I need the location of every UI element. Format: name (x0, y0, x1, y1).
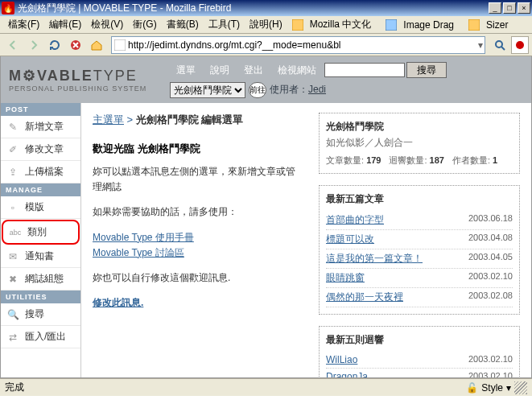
sidebar-header-utilities: UTILITIES (1, 291, 80, 303)
menu-edit[interactable]: 編輯(E) (44, 16, 86, 33)
url-bar[interactable]: ▾ (111, 36, 485, 54)
top-nav: 選單 說明 登出 檢視網站 搜尋 (170, 62, 523, 79)
bc-main[interactable]: 主選單 (93, 113, 124, 126)
sidebar-search[interactable]: 🔍搜尋 (1, 303, 80, 326)
intro-p1: 妳可以點選本訊息左側的選單，來新增文章或管理網誌 (93, 164, 303, 195)
blog-info-box: 光劍格鬥學院 如光似影／人劍合一 文章數量: 179 迴響數量: 187 作者數… (319, 113, 520, 174)
list-item: 眼睛跳窗2003.02.10 (326, 269, 513, 288)
user-link[interactable]: Jedi (308, 84, 326, 95)
sidebar-new-entry[interactable]: ✎新增文章 (1, 116, 80, 138)
recent-posts-box: 最新五篇文章 首部曲的字型2003.06.18 標題可以改2003.04.08 … (319, 185, 520, 315)
svg-point-5 (496, 41, 502, 47)
home-button[interactable] (87, 35, 106, 55)
welcome-heading: 歡迎光臨 光劍格鬥學院 (93, 142, 303, 156)
menu-file[interactable]: 檔案(F) (3, 16, 44, 33)
menu-bookmarks[interactable]: 書籤(B) (162, 16, 204, 33)
link-manual[interactable]: Movable Type 使用手冊 (93, 232, 194, 243)
svg-rect-4 (114, 39, 126, 51)
intro-p3: 妳也可以自行修改這個歡迎訊息. (93, 270, 303, 286)
svg-point-6 (516, 41, 524, 49)
bookmark-imagedrag[interactable]: Image Drag (381, 16, 464, 34)
menu-go[interactable]: 衝(G) (128, 16, 161, 33)
maximize-button[interactable]: □ (503, 2, 516, 14)
list-item: 這是我的第一篇文章！2003.04.05 (326, 249, 513, 269)
back-button[interactable] (3, 35, 23, 55)
user-label: 使用者：Jedi (270, 83, 326, 97)
breadcrumb: 主選單 > 光劍格鬥學院 編輯選單 (93, 113, 303, 127)
pencil-icon: ✎ (6, 121, 20, 134)
nav-help[interactable]: 說明 (204, 62, 236, 79)
sidebar-header-manage: MANAGE (1, 183, 80, 196)
resize-grip[interactable] (514, 381, 527, 394)
search-input[interactable] (324, 63, 405, 77)
svg-rect-1 (386, 19, 397, 31)
menu-tools[interactable]: 工具(T) (204, 16, 245, 33)
nav-viewsite[interactable]: 檢視網站 (271, 62, 323, 79)
import-icon: ⇄ (6, 331, 20, 344)
style-label[interactable]: Style (481, 382, 503, 394)
bc-blog: 光劍格鬥學院 (136, 113, 199, 126)
bc-page: 編輯選單 (201, 113, 243, 126)
list-item: 首部曲的字型2003.06.18 (326, 211, 513, 230)
intro-p2: 如果妳需要協助的話，請多使用： (93, 204, 303, 220)
list-item: 標題可以改2003.04.08 (326, 230, 513, 249)
blog-subtitle: 如光似影／人劍合一 (326, 136, 513, 150)
go-button[interactable]: 前往 (249, 82, 266, 98)
recent-posts-header: 最新五篇文章 (326, 192, 513, 206)
svg-rect-2 (468, 19, 480, 31)
logo: M⚙VABLETYPE PERSONAL PUBLISHING SYSTEM (9, 67, 170, 93)
menu-view[interactable]: 檢視(V) (86, 16, 128, 33)
search-icon: 🔍 (6, 308, 20, 321)
sidebar-config[interactable]: ✖網誌組態 (1, 268, 80, 291)
edit-icon: ✐ (6, 143, 20, 156)
window-titlebar: 🔥 光劍格鬥學院 | MOVABLE TYPE - Mozilla Firebi… (0, 0, 532, 16)
sidebar-templates[interactable]: ▫模版 (1, 196, 80, 219)
window-title: 光劍格鬥學院 | MOVABLE TYPE - Mozilla Firebird (18, 2, 489, 15)
blog-title: 光劍格鬥學院 (326, 120, 513, 134)
url-input[interactable] (128, 38, 478, 52)
recent-comments-header: 最新五則迴響 (326, 333, 513, 347)
minimize-button[interactable]: _ (489, 2, 501, 14)
nav-logout[interactable]: 登出 (237, 62, 270, 79)
search-submit[interactable]: 搜尋 (406, 62, 447, 78)
template-icon: ▫ (6, 201, 20, 214)
list-item: WilLiao2003.02.10 (326, 352, 513, 369)
throbber-icon (511, 36, 529, 54)
svg-rect-0 (292, 19, 303, 31)
dropdown-icon[interactable]: ▾ (478, 39, 483, 51)
bookmark-mozilla[interactable]: Mozilla 中文化 (287, 14, 381, 35)
sidebar-edit-entry[interactable]: ✐修改文章 (1, 138, 80, 161)
mail-icon: ✉ (6, 250, 20, 263)
site-icon (113, 39, 126, 52)
reload-button[interactable] (45, 35, 64, 55)
upload-icon: ⇪ (6, 166, 20, 179)
sidebar-header-post: POST (1, 103, 80, 116)
stop-button[interactable] (66, 35, 85, 55)
link-forum[interactable]: Movable Type 討論區 (93, 247, 184, 258)
page-content: M⚙VABLETYPE PERSONAL PUBLISHING SYSTEM 選… (0, 56, 532, 378)
lock-icon: 🔓 (465, 381, 478, 394)
sidebar-categories[interactable]: abc類別 (2, 220, 80, 245)
blog-select[interactable]: 光劍格鬥學院 (170, 82, 245, 98)
menu-help[interactable]: 說明(H) (245, 16, 287, 33)
tools-icon: ✖ (6, 273, 20, 286)
nav-toolbar: ▾ (0, 34, 532, 56)
nav-menu[interactable]: 選單 (170, 62, 202, 79)
status-text: 完成 (5, 381, 24, 394)
close-button[interactable]: × (518, 2, 530, 14)
recent-comments-box: 最新五則迴響 WilLiao2003.02.10 DragonJa2003.02… (319, 326, 520, 378)
edit-message-link[interactable]: 修改此訊息. (93, 297, 143, 308)
app-icon: 🔥 (2, 2, 14, 14)
bookmark-sizer[interactable]: Sizer (464, 16, 518, 34)
category-icon: abc (8, 226, 23, 239)
sidebar-import[interactable]: ⇄匯入/匯出 (1, 326, 80, 348)
list-item: 偶然的那一天夜裡2003.02.08 (326, 288, 513, 307)
list-item: DragonJa2003.02.10 (326, 369, 513, 378)
sidebar-upload[interactable]: ⇪上傳檔案 (1, 161, 80, 183)
search-button[interactable] (490, 35, 509, 55)
sidebar: POST ✎新增文章 ✐修改文章 ⇪上傳檔案 MANAGE ▫模版 abc類別 … (1, 103, 81, 378)
sidebar-notifications[interactable]: ✉通知書 (1, 245, 80, 268)
mt-header: M⚙VABLETYPE PERSONAL PUBLISHING SYSTEM 選… (1, 56, 531, 103)
chevron-down-icon[interactable]: ▾ (506, 382, 511, 394)
forward-button[interactable] (24, 35, 43, 55)
